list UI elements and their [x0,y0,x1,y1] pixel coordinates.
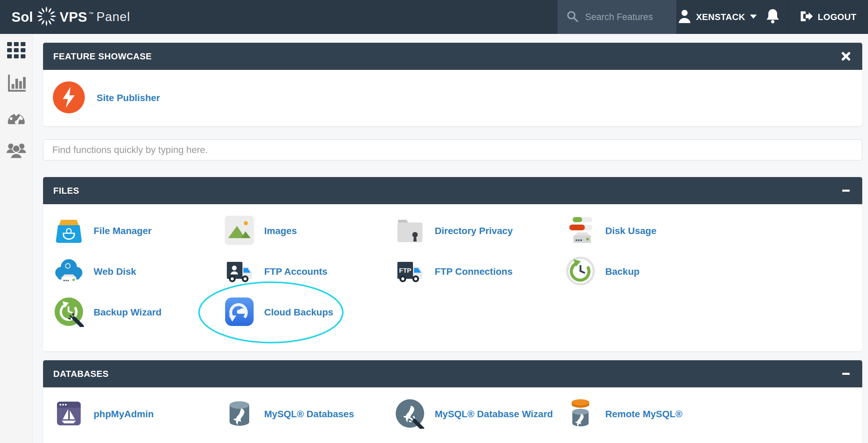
logout-icon [800,9,813,24]
item-web-disk[interactable]: Web Disk [54,256,224,287]
item-backup[interactable]: Backup [565,256,736,287]
minimize-icon[interactable] [840,185,852,197]
files-section-card: FILES File Manager [43,177,862,351]
feature-site-publisher[interactable]: Site Publisher [53,81,160,115]
left-sidebar [0,34,33,443]
mysql-database-wizard-icon [395,398,425,430]
logout-label: LOGOUT [818,12,856,22]
chevron-down-icon [750,14,757,20]
logo-sol-text: Sol [12,9,33,25]
users-icon [6,141,26,160]
user-menu[interactable]: XENSTACK [676,0,758,34]
item-label: phpMyAdmin [94,409,154,420]
item-directory-privacy[interactable]: Directory Privacy [395,216,565,246]
item-label: Cloud Backups [264,307,333,318]
item-cloud-backups[interactable]: Cloud Backups [224,297,395,328]
phpmyadmin-icon [54,398,84,430]
cloud-backups-icon [224,296,255,328]
feature-showcase-body: Site Publisher [43,70,862,126]
ftp-connections-icon: FTP [395,256,425,288]
databases-section-card: DATABASES phpMyAdmin [43,360,862,443]
item-mysql-databases[interactable]: MySQL® Databases [224,399,395,429]
images-icon [224,215,255,247]
user-icon [678,9,691,25]
grid-icon [7,42,25,60]
file-manager-icon [54,215,84,247]
disk-usage-icon [565,215,596,247]
svg-text:FTP: FTP [399,267,411,274]
close-icon[interactable] [840,50,852,62]
backup-icon [565,256,596,288]
sun-swirl-icon [34,5,59,29]
search-features-input[interactable] [585,12,668,22]
files-section-body: File Manager Images [43,204,862,351]
item-file-manager[interactable]: File Manager [54,216,224,246]
main-content: FEATURE SHOWCASE Site Publisher [33,34,868,443]
item-mysql-database-wizard[interactable]: MySQL® Database Wizard [395,399,565,429]
logo-trademark: ™ [88,11,94,17]
files-section-title: FILES [53,186,79,196]
logout-button[interactable]: LOGOUT [788,0,868,34]
sidebar-item-statistics[interactable] [7,75,26,93]
logo-panel-text: Panel [96,10,130,24]
gauge-icon [6,109,26,126]
item-disk-usage[interactable]: Disk Usage [565,216,736,246]
feature-showcase-title: FEATURE SHOWCASE [53,51,152,62]
username-label: XENSTACK [696,12,745,22]
feature-label: Site Publisher [97,93,160,103]
item-backup-wizard[interactable]: Backup Wizard [54,297,224,328]
ftp-accounts-icon [224,256,255,288]
quick-find-input[interactable] [43,139,862,160]
item-images[interactable]: Images [224,216,395,246]
top-navbar: Sol VPS ™ Panel [0,0,868,34]
item-phpmyadmin[interactable]: phpMyAdmin [54,399,224,429]
item-label: Web Disk [94,266,136,277]
site-publisher-icon [53,81,85,115]
item-remote-mysql[interactable]: Remote MySQL® [565,399,736,429]
item-ftp-connections[interactable]: FTP FTP Connections [395,256,565,287]
item-label: Remote MySQL® [605,409,683,420]
brand-logo[interactable]: Sol VPS ™ Panel [0,0,130,34]
bar-chart-icon [7,75,26,94]
sidebar-item-tools[interactable] [7,42,26,60]
remote-mysql-icon [565,398,596,430]
item-label: Backup Wizard [94,307,161,318]
sidebar-item-users[interactable] [7,142,26,159]
directory-privacy-icon [395,215,425,247]
search-icon [566,9,579,24]
feature-showcase-card: FEATURE SHOWCASE Site Publisher [43,43,862,126]
sidebar-item-metrics[interactable] [7,109,26,126]
item-label: File Manager [94,226,152,236]
databases-section-header: DATABASES [43,360,862,387]
item-label: FTP Accounts [264,266,328,277]
navbar-right-group: XENSTACK LOGOUT [557,0,868,34]
item-label: MySQL® Database Wizard [435,409,553,420]
databases-section-body: phpMyAdmin MySQL® Databases [43,387,862,443]
minimize-icon[interactable] [840,368,852,380]
bell-icon [766,8,780,26]
item-ftp-accounts[interactable]: FTP Accounts [224,256,395,287]
databases-section-title: DATABASES [53,369,108,379]
item-label: Directory Privacy [435,226,513,236]
item-label: Disk Usage [605,226,656,236]
item-label: Backup [605,266,639,277]
logo-vps-text: VPS [60,9,87,25]
notifications-button[interactable] [758,0,788,34]
files-section-header: FILES [43,177,862,204]
web-disk-icon [54,256,84,288]
backup-wizard-icon [54,296,84,328]
item-label: Images [264,226,297,236]
item-label: FTP Connections [435,266,513,277]
item-label: MySQL® Databases [264,409,354,420]
feature-showcase-header: FEATURE SHOWCASE [43,43,862,70]
feature-search-box[interactable] [557,0,676,34]
mysql-databases-icon [224,398,255,430]
